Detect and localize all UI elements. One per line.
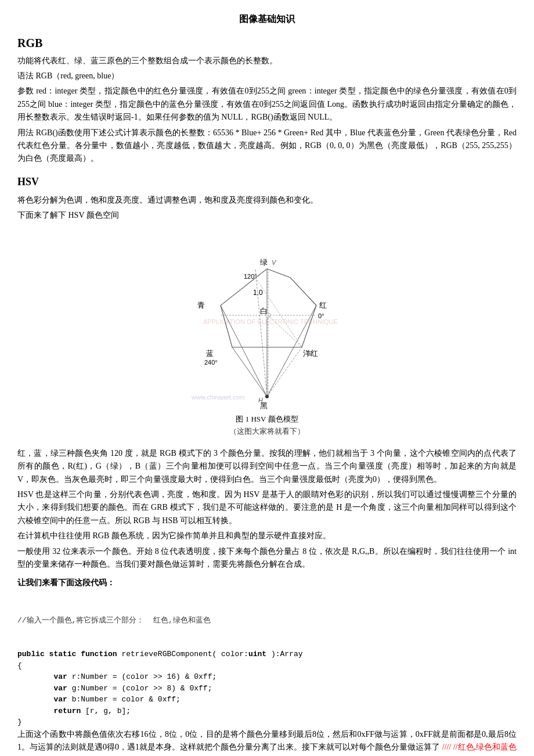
code-block1: public static function retrieveRGBCompon… [17,649,517,728]
svg-text:0°: 0° [318,312,324,319]
hsv-diagram: APPLICATION OF ELECTRONIC TECHNIQUE www.… [17,231,517,438]
svg-text:120°: 120° [244,273,257,280]
hsv-para6: 一般使用 32 位来表示一个颜色。开始 8 位代表透明度，接下来每个颜色分量占 … [17,545,517,571]
svg-text:H: H [258,397,263,404]
svg-line-4 [267,347,302,397]
hsv-para2: 下面来了解下 HSV 颜色空间 [17,209,517,222]
code-comment1: //输入一个颜色,将它拆成三个部分： 红色,绿色和蓝色 [17,592,517,649]
diagram-sub: （这图大家将就看下） [17,426,517,438]
svg-marker-8 [221,269,316,347]
svg-text:绿: 绿 [260,258,268,267]
svg-point-31 [265,395,269,398]
svg-text:蓝: 蓝 [206,349,214,358]
hsv-para3: 红，蓝，绿三种颜色夹角 120 度，就是 RGB 模式下的 3 个颜色分量。按我… [17,447,517,486]
rgb-para1: 功能将代表红、绿、蓝三原色的三个整数组合成一个表示颜色的长整数。 [17,55,517,67]
rgb-para3: 参数 red：integer 类型，指定颜色中的红色分量强度，有效值在0到255… [17,85,517,124]
svg-text:白: 白 [260,307,268,315]
hsv-para4: HSV 也是这样三个向量，分别代表色调，亮度，饱和度。因为 HSV 是基于人的眼… [17,488,517,527]
svg-line-5 [232,347,267,397]
rgb-heading: RGB [17,34,517,52]
svg-text:V: V [272,259,277,266]
rgb-para4: 用法 RGB()函数使用下述公式计算表示颜色的长整数：65536 * Blue+… [17,127,517,165]
svg-text:240°: 240° [204,359,218,366]
svg-text:青: 青 [197,301,205,309]
hsv-para1: 将色彩分解为色调，饱和度及亮度。通过调整色调，饱和度及亮度得到颜色和变化。 [17,194,517,207]
page-title: 图像基础知识 [17,12,517,27]
code-label: 让我们来看下面这段代码： [17,577,517,589]
svg-text:S: S [308,350,312,357]
hsv-heading: HSV [17,174,517,190]
svg-text:0.0: 0.0 [254,411,264,411]
svg-text:www.chinaaet.com: www.chinaaet.com [191,394,245,401]
rgb-para2: 语法 RGB（red, green, blue） [17,70,517,82]
para-after-code1: 上面这个函数中将颜色值依次右移16位，8位，0位，目的是将个颜色分量移到最后8位… [17,728,517,756]
hsv-para5: 在计算机中往往使用 RGB 颜色系统，因为它操作简单并且和典型的显示硬件直接对应… [17,530,517,542]
diagram-caption: 图 1 HSV 颜色模型 [17,413,517,426]
svg-text:1.0: 1.0 [253,289,263,297]
svg-text:红: 红 [319,301,327,309]
code-section: 让我们来看下面这段代码： //输入一个颜色,将它拆成三个部分： 红色,绿色和蓝色… [17,577,517,756]
